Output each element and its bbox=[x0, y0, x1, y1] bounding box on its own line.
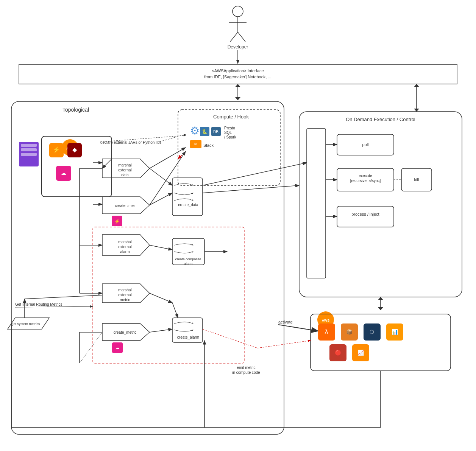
svg-text:get system metrics: get system metrics bbox=[11, 322, 40, 326]
svg-text:📈: 📈 bbox=[357, 350, 364, 356]
get-routing-label: Get Internal Routing Metrics bbox=[15, 302, 62, 306]
svg-text:🐍: 🐍 bbox=[202, 129, 208, 134]
svg-text:marshal: marshal bbox=[118, 240, 132, 244]
svg-text:external: external bbox=[118, 245, 132, 249]
compute-hook-label: Compute / Hook bbox=[213, 114, 249, 120]
svg-text:alarm: alarm bbox=[120, 250, 130, 254]
svg-line-33 bbox=[150, 193, 172, 205]
svg-text:📊: 📊 bbox=[392, 329, 398, 335]
execute-label: execute bbox=[359, 174, 372, 178]
svg-line-87 bbox=[203, 329, 258, 348]
svg-text:create_metric: create_metric bbox=[114, 330, 137, 334]
svg-marker-65 bbox=[378, 297, 383, 300]
svg-line-46 bbox=[150, 293, 172, 303]
developer-figure: Developer bbox=[228, 6, 248, 50]
svg-text:create timer: create timer bbox=[115, 204, 135, 208]
svg-point-0 bbox=[233, 6, 243, 17]
svg-marker-11 bbox=[414, 109, 419, 112]
svg-text:create composite: create composite bbox=[175, 257, 201, 261]
svg-rect-13 bbox=[21, 144, 37, 147]
svg-text:create_alarm: create_alarm bbox=[177, 335, 199, 339]
svg-line-30 bbox=[150, 168, 172, 185]
svg-marker-7 bbox=[235, 84, 240, 87]
svg-text:⚡: ⚡ bbox=[53, 146, 60, 153]
emit-metric-label: emit metric bbox=[237, 365, 256, 370]
process-inject-label: process / inject bbox=[351, 212, 379, 216]
svg-line-50 bbox=[150, 329, 172, 332]
process-inject-box bbox=[337, 206, 394, 227]
kill-label: kill bbox=[414, 177, 419, 182]
aws-interface-sublabel: from IDE, [Sagemaker] Notebook, ... bbox=[204, 75, 271, 79]
svg-line-35 bbox=[203, 185, 299, 193]
svg-text:/ Spark: / Spark bbox=[224, 135, 237, 139]
svg-text:⚡: ⚡ bbox=[114, 218, 120, 224]
svg-line-82 bbox=[80, 332, 102, 363]
on-demand-box bbox=[299, 112, 462, 297]
svg-text:in compute code: in compute code bbox=[232, 370, 260, 375]
svg-text:data: data bbox=[121, 173, 129, 177]
svg-text:✉: ✉ bbox=[194, 142, 197, 146]
poll-label: poll bbox=[362, 142, 368, 147]
declare-label: declare external JARs or Python libs bbox=[100, 140, 161, 145]
svg-text:🔴: 🔴 bbox=[335, 350, 342, 356]
svg-text:SQL: SQL bbox=[224, 131, 232, 135]
svg-text:marshal: marshal bbox=[118, 288, 132, 292]
svg-line-51 bbox=[172, 303, 178, 318]
topological-label: Topological bbox=[62, 107, 89, 113]
svg-line-39 bbox=[150, 245, 172, 250]
svg-line-75 bbox=[203, 163, 307, 185]
diagram-container: Developer <AWSApplication> Interface fro… bbox=[0, 0, 476, 451]
svg-line-52 bbox=[15, 306, 93, 307]
svg-text:⚙: ⚙ bbox=[190, 125, 200, 137]
svg-text:DB: DB bbox=[213, 130, 218, 134]
svg-text:AWS: AWS bbox=[322, 319, 330, 322]
aws-interface-label: <AWSApplication> Interface bbox=[212, 68, 264, 73]
svg-text:marshal: marshal bbox=[118, 163, 132, 167]
on-demand-label: On Demand Execution / Control bbox=[346, 117, 415, 122]
svg-text:[recursive, a/sync]: [recursive, a/sync] bbox=[350, 179, 381, 183]
svg-marker-8 bbox=[235, 97, 240, 100]
aws-interface-box bbox=[19, 64, 457, 84]
control-left-bar bbox=[307, 129, 326, 278]
svg-line-55 bbox=[25, 295, 102, 299]
svg-text:📦: 📦 bbox=[346, 329, 353, 335]
svg-line-4 bbox=[238, 32, 245, 42]
svg-line-3 bbox=[230, 32, 238, 42]
svg-marker-66 bbox=[378, 307, 383, 310]
svg-line-26 bbox=[178, 151, 186, 159]
svg-text:◆: ◆ bbox=[72, 146, 77, 153]
svg-line-89 bbox=[150, 148, 186, 168]
svg-line-90 bbox=[150, 151, 186, 205]
svg-text:⬡: ⬡ bbox=[370, 329, 374, 335]
svg-line-93 bbox=[159, 134, 186, 142]
activate-label: activate bbox=[278, 320, 293, 324]
svg-text:☁: ☁ bbox=[61, 170, 66, 176]
presto-label: Presto bbox=[224, 126, 235, 130]
svg-text:☁: ☁ bbox=[115, 345, 120, 350]
svg-text:metric: metric bbox=[120, 298, 130, 302]
svg-text:alarm: alarm bbox=[184, 262, 193, 266]
slack-label: Slack bbox=[203, 143, 214, 148]
svg-rect-15 bbox=[21, 153, 37, 156]
svg-text:external: external bbox=[118, 168, 132, 172]
svg-text:create_data: create_data bbox=[178, 203, 198, 207]
svg-marker-10 bbox=[414, 84, 419, 87]
svg-text:λ: λ bbox=[325, 328, 328, 335]
developer-label: Developer bbox=[228, 44, 248, 50]
svg-rect-14 bbox=[21, 148, 37, 151]
svg-text:external: external bbox=[118, 293, 132, 297]
svg-line-83 bbox=[102, 159, 112, 168]
